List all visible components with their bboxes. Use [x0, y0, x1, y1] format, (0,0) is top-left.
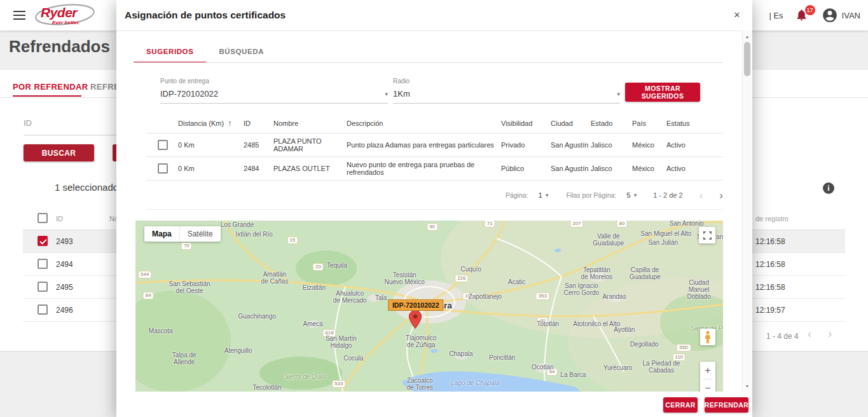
avatar-icon	[822, 7, 838, 24]
row-id: 2495	[56, 283, 73, 292]
map-place-label: Tesistán	[393, 271, 417, 278]
col-distancia[interactable]: Distancia (Km)↑	[178, 119, 244, 128]
map-place-label: San Ignacio Cerro Gordo	[564, 282, 600, 296]
row-checkbox[interactable]	[38, 259, 48, 269]
col-descripcion[interactable]: Descripción	[347, 120, 501, 127]
cell-estado: Jalisco	[591, 165, 632, 172]
row-id: 2496	[56, 306, 73, 315]
refrendar-button[interactable]: REFRENDAR	[705, 397, 748, 413]
scroll-up-icon[interactable]: ▲	[743, 32, 752, 41]
info-icon[interactable]: i	[823, 182, 834, 194]
row-checkbox[interactable]	[158, 163, 168, 174]
cell-pais: México	[632, 141, 666, 149]
row-id: 2494	[56, 260, 73, 269]
row-checkbox[interactable]	[158, 140, 168, 150]
notifications-button[interactable]: 17	[795, 8, 810, 23]
map-place-label: Ocotlán	[532, 363, 553, 370]
map-place-label: Acatic	[508, 278, 525, 285]
modal-scrollbar[interactable]: ▲ ▼	[742, 31, 752, 392]
map-place-label: Tlajomulco de Zúñiga	[406, 334, 436, 348]
cerrar-button[interactable]: CERRAR	[663, 397, 698, 413]
row-checkbox[interactable]	[38, 236, 48, 246]
pagina-label: Página:	[506, 191, 528, 199]
col-estado[interactable]: Estado	[591, 120, 632, 127]
col-pais[interactable]: País	[632, 120, 666, 127]
fullscreen-button[interactable]	[699, 227, 715, 243]
filas-label: Filas por Página:	[566, 191, 616, 199]
page-title: Refrendados	[9, 37, 110, 57]
suggested-row[interactable]: 0 Km 2485 PLAZA PUNTO ADAMAR Punto plaza…	[146, 133, 723, 157]
map-place-label: San Miguel el Alto	[640, 229, 691, 236]
zoom-out-button[interactable]: −	[700, 379, 715, 392]
zoom-in-button[interactable]: +	[700, 362, 715, 379]
radio-select[interactable]: Radio 1Km ▾	[393, 78, 620, 104]
tab-busqueda[interactable]: BÚSQUEDA	[206, 41, 277, 63]
map-canvas[interactable]: 712078090157054484232261063539061835D110…	[135, 221, 723, 392]
map-place-label: Etzatlán	[303, 284, 326, 291]
user-menu[interactable]: IVAN	[822, 7, 860, 24]
row-time: 12:16:58	[755, 260, 785, 269]
pagination-divider	[146, 209, 723, 210]
chevron-down-icon: ▾	[546, 192, 549, 198]
col-estatus[interactable]: Estatus	[666, 120, 723, 127]
page-prev-button[interactable]: ‹	[808, 327, 811, 341]
punto-entrega-value: IDP-720102022	[160, 89, 218, 99]
row-time: 12:16:58	[755, 283, 785, 292]
scroll-down-icon[interactable]: ▼	[743, 381, 752, 390]
cell-visibilidad: Público	[501, 165, 551, 172]
pagina-select[interactable]: 1 ▾	[539, 191, 549, 199]
col-ciudad[interactable]: Ciudad	[551, 120, 591, 127]
cell-estatus: Activo	[666, 141, 723, 149]
brand-name: Ryder	[41, 5, 77, 20]
pegman-control[interactable]	[700, 329, 715, 345]
cell-descripcion: Nuevo punto de entrega para pruebas de r…	[347, 161, 501, 176]
map-pin-icon	[408, 310, 422, 329]
map-place-label: Ameca	[303, 320, 322, 327]
map-water-label: Lago de Chapala	[451, 379, 499, 386]
map-place-label: Zacoalco de Torres	[406, 377, 433, 391]
map-type-control: Mapa Satélite	[144, 226, 221, 242]
row-checkbox[interactable]	[38, 304, 48, 315]
modal-next-button[interactable]: ›	[719, 190, 723, 201]
map-place-label: San Julián	[648, 238, 678, 245]
modal-title: Asignación de puntos certificados	[125, 10, 286, 21]
punto-entrega-select[interactable]: Punto de entrega IDP-720102022 ▾	[160, 78, 388, 104]
map-marker-label[interactable]: IDP-720102022	[388, 299, 444, 311]
suggested-row[interactable]: 0 Km 2484 PLAZAS OUTLET Nuevo punto de e…	[146, 157, 723, 181]
map-place-label: Los Grande	[221, 221, 254, 228]
map-type-mapa[interactable]: Mapa	[144, 226, 180, 242]
map-place-label: Mascota	[149, 327, 173, 334]
tab-por-refrendar[interactable]: POR REFRENDAR	[13, 82, 88, 92]
cell-estatus: Activo	[666, 165, 723, 172]
appbar-right: | Es 17 IVAN	[769, 0, 860, 31]
row-checkbox[interactable]	[38, 282, 48, 292]
locale-selector[interactable]: | Es	[769, 11, 783, 20]
modal-pagination-range: 1 - 2 de 2	[653, 191, 682, 199]
col-nombre[interactable]: Nombre	[273, 120, 347, 127]
map-place-label: Arandas	[602, 292, 626, 299]
punto-entrega-label: Punto de entrega	[160, 78, 388, 85]
mostrar-sugeridos-button[interactable]: MOSTRAR SUGERIDOS	[625, 83, 700, 102]
map-place-label: San Martín Hidalgo	[326, 335, 357, 349]
select-all-checkbox[interactable]	[38, 213, 48, 223]
map-place-label: Tepatitlán de Morelos	[581, 266, 612, 280]
map-place-label: Ciudad Manuel Doblado	[687, 278, 710, 299]
map-marker-pin[interactable]	[408, 310, 422, 332]
menu-icon[interactable]	[13, 11, 25, 20]
col-visibilidad[interactable]: Visibilidad	[501, 120, 551, 127]
modal-prev-button[interactable]: ‹	[699, 190, 703, 201]
cell-nombre: PLAZAS OUTLET	[273, 165, 347, 172]
map-type-satelite[interactable]: Satélite	[180, 226, 221, 242]
buscar-button[interactable]: BUSCAR	[24, 144, 94, 161]
cell-ciudad: San Agustín	[551, 141, 591, 149]
map-place-label: Valle de Guadalupe	[593, 233, 624, 247]
close-icon[interactable]: ✕	[731, 8, 743, 21]
tab-sugeridos[interactable]: SUGERIDOS	[134, 41, 206, 63]
scrollbar-thumb[interactable]	[744, 42, 750, 76]
page-next-button[interactable]: ›	[828, 327, 832, 341]
id-filter-input[interactable]: ID	[24, 118, 32, 128]
cell-nombre: PLAZA PUNTO ADAMAR	[273, 137, 347, 153]
pegman-icon	[704, 331, 712, 344]
col-id[interactable]: ID	[244, 120, 273, 127]
filas-select[interactable]: 5 ▾	[626, 191, 637, 199]
